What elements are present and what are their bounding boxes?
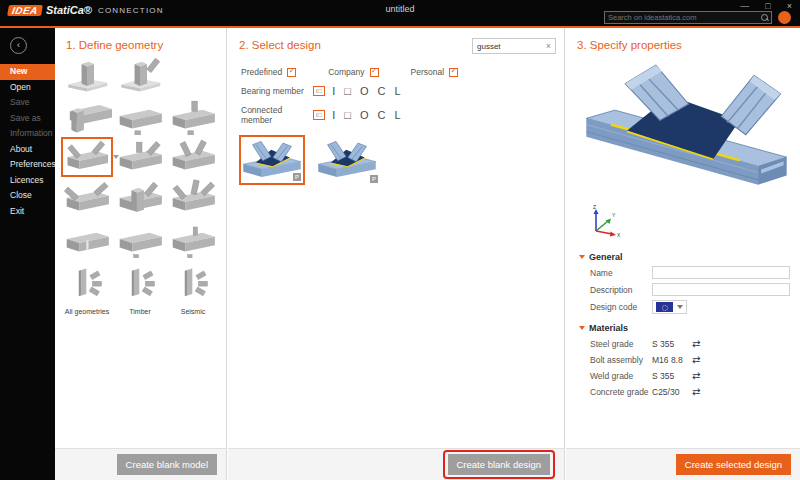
collapse-chevron-icon	[579, 255, 585, 259]
geometry-beam-stub-below-icon[interactable]	[114, 219, 166, 259]
swap-material-icon[interactable]: ⇄	[692, 338, 700, 349]
connected-section-angle-icon[interactable]: L	[395, 109, 401, 121]
titlebar: IDEA StatiCa® CONNECTION untitled — □ ×	[0, 0, 800, 26]
svg-text:Z: Z	[593, 204, 596, 210]
concrete-grade-value: C25/30	[652, 387, 692, 397]
design-search-input[interactable]	[477, 42, 546, 51]
geometry-cross-icon[interactable]	[167, 96, 219, 136]
document-title: untitled	[300, 4, 500, 14]
bearing-member-row: Bearing member I□ I □ O C L	[241, 85, 564, 97]
filter-predefined-label: Predefined	[241, 67, 282, 77]
geometry-beam-two-diagonals-icon[interactable]	[61, 137, 113, 177]
app-window: IDEA StatiCa® CONNECTION untitled — □ × …	[0, 0, 800, 480]
geometry-beam-splice-icon[interactable]	[61, 219, 113, 259]
swap-material-icon[interactable]: ⇄	[692, 370, 700, 381]
geometry-all-geometries[interactable]: All geometries	[61, 264, 113, 315]
sidebar-item-information: Information	[0, 126, 55, 142]
bearing-section-circle-icon[interactable]: O	[360, 85, 369, 97]
name-row: Name	[590, 266, 790, 279]
svg-text:Y: Y	[612, 212, 616, 218]
geometry-grid: All geometries Timber Seismic	[61, 55, 226, 315]
panel1-title: 1. Define geometry	[66, 39, 226, 51]
design-search-box[interactable]: ×	[472, 38, 556, 54]
accent-divider	[0, 26, 800, 28]
sidebar-item-save-as: Save as	[0, 111, 55, 127]
weld-grade-value: S 355	[652, 371, 692, 381]
svg-text:X: X	[617, 232, 621, 238]
geometry-label-all: All geometries	[61, 308, 113, 315]
design-code-row: Design code	[590, 300, 790, 314]
general-section-header[interactable]: General	[579, 252, 800, 262]
connected-section-channel-icon[interactable]: C	[378, 109, 386, 121]
geometry-tee-icon[interactable]	[114, 96, 166, 136]
sidebar-item-preferences[interactable]: Preferences	[0, 157, 55, 173]
filter-company-checkbox[interactable]	[370, 68, 379, 77]
geometry-tee-with-diagonal-icon[interactable]	[114, 137, 166, 177]
create-blank-design-button[interactable]: Create blank design	[448, 454, 551, 475]
geometry-beam-stubs-both-icon[interactable]	[167, 219, 219, 259]
design-thumbnail-gusset-2[interactable]: P	[314, 135, 380, 185]
materials-section-header[interactable]: Materials	[579, 323, 800, 333]
app-logo: IDEA StatiCa® CONNECTION	[8, 4, 164, 16]
filter-personal-label: Personal	[411, 67, 445, 77]
chevron-down-icon	[677, 305, 683, 309]
description-input[interactable]	[652, 283, 790, 296]
connected-section-i-icon[interactable]: I	[332, 109, 335, 121]
geometry-column-beam-diagonal-icon[interactable]	[114, 178, 166, 218]
bearing-section-all-icon[interactable]: I□	[313, 86, 325, 96]
help-badge-icon[interactable]	[778, 11, 791, 24]
filter-predefined-checkbox[interactable]	[287, 68, 296, 77]
clear-search-icon[interactable]: ×	[546, 42, 551, 51]
web-search-box[interactable]	[604, 11, 772, 24]
close-button[interactable]: ×	[787, 1, 792, 11]
geometry-seismic[interactable]: Seismic	[167, 264, 219, 315]
bearing-member-label: Bearing member	[241, 86, 313, 96]
filter-personal-checkbox[interactable]	[449, 68, 458, 77]
sidebar-item-exit[interactable]: Exit	[0, 204, 55, 220]
design-code-label: Design code	[590, 302, 652, 312]
create-blank-model-button[interactable]: Create blank model	[117, 454, 217, 475]
web-search-input[interactable]	[608, 13, 761, 22]
connected-section-box-icon[interactable]: □	[344, 109, 351, 121]
design-results: P P	[239, 135, 564, 185]
bearing-section-angle-icon[interactable]: L	[395, 85, 401, 97]
collapse-chevron-icon	[579, 326, 585, 330]
sidebar-item-close[interactable]: Close	[0, 188, 55, 204]
bolt-assembly-label: Bolt assembly	[590, 355, 652, 365]
connected-section-all-icon[interactable]: I□	[313, 110, 325, 120]
geometry-column-base-icon[interactable]	[61, 55, 113, 95]
axes-icon: Z Y X	[588, 203, 622, 239]
sidebar-item-open[interactable]: Open	[0, 80, 55, 96]
predefined-badge: P	[370, 175, 378, 183]
connection-3d-view[interactable]	[584, 57, 789, 195]
geometry-beam-wide-v-icon[interactable]	[61, 178, 113, 218]
design-code-dropdown[interactable]	[652, 300, 687, 314]
concrete-grade-label: Concrete grade	[590, 387, 652, 397]
bearing-section-channel-icon[interactable]: C	[378, 85, 386, 97]
name-input[interactable]	[652, 266, 790, 279]
create-selected-design-button[interactable]: Create selected design	[676, 454, 791, 475]
statica-logo-text: StatiCa®	[46, 4, 92, 16]
geometry-column-base-brace-icon[interactable]	[114, 55, 166, 95]
geometry-beam-v-diagonals-icon[interactable]	[167, 137, 219, 177]
maximize-button[interactable]: □	[765, 1, 770, 11]
geometry-timber[interactable]: Timber	[114, 264, 166, 315]
search-icon	[761, 14, 768, 21]
swap-material-icon[interactable]: ⇄	[692, 354, 700, 365]
sidebar-item-save: Save	[0, 95, 55, 111]
sidebar-item-about[interactable]: About	[0, 142, 55, 158]
design-thumbnail-gusset-1[interactable]: P	[239, 135, 305, 185]
bearing-section-i-icon[interactable]: I	[332, 85, 335, 97]
back-button[interactable]: ‹	[10, 37, 27, 54]
geometry-beam-multi-diagonal-icon[interactable]	[167, 178, 219, 218]
connected-section-circle-icon[interactable]: O	[360, 109, 369, 121]
geometry-knee-icon[interactable]	[61, 96, 113, 136]
swap-material-icon[interactable]: ⇄	[692, 386, 700, 397]
panel3-title: 3. Specify properties	[577, 39, 800, 51]
sidebar-item-licences[interactable]: Licences	[0, 173, 55, 189]
connected-member-row: Connected member I□ I □ O C L	[241, 105, 564, 125]
sidebar-item-new[interactable]: New	[0, 64, 55, 80]
product-name: CONNECTION	[98, 6, 164, 15]
minimize-button[interactable]: —	[740, 1, 749, 11]
bearing-section-box-icon[interactable]: □	[344, 85, 351, 97]
